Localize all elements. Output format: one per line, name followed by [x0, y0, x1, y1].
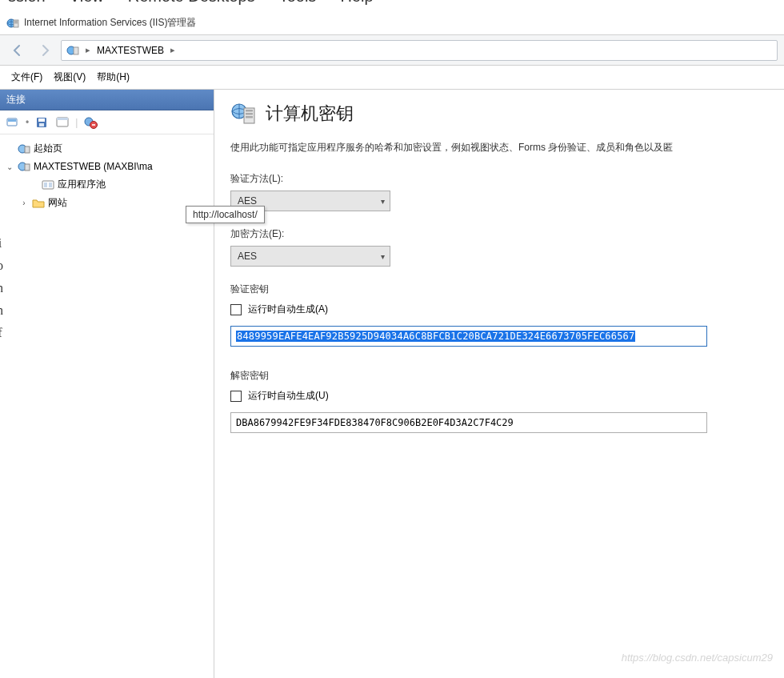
forward-button[interactable] — [34, 39, 56, 62]
svg-rect-17 — [25, 146, 30, 153]
connect-icon[interactable] — [5, 114, 21, 130]
checkbox-label: 运行时自动生成(A) — [248, 303, 328, 316]
combo-value: AES — [238, 251, 257, 262]
svg-rect-19 — [25, 164, 30, 171]
connections-toolbar: • | — [0, 110, 214, 134]
validation-key-group: 验证密钥 运行时自动生成(A) 8489959EAFE4EAF92B5925D9… — [230, 283, 781, 347]
checkbox-label: 运行时自动生成(U) — [248, 389, 329, 403]
server-icon — [18, 160, 30, 173]
chevron-down-icon: ▾ — [381, 197, 385, 206]
svg-rect-3 — [14, 22, 18, 23]
window-title: Internet Information Services (IIS)管理器 — [24, 16, 196, 30]
decryption-key-input[interactable]: DBA8679942FE9F34FDE838470F8C906B2E0F4D3A… — [230, 412, 707, 433]
tree-server-node[interactable]: ⌄ MAXTESTWEB (MAXBI\ma — [3, 158, 210, 175]
connections-panel: 连接 • | — [0, 90, 214, 678]
svg-rect-9 — [38, 118, 45, 122]
tree-sites[interactable]: › 网站 — [3, 194, 210, 212]
svg-rect-27 — [246, 116, 253, 118]
tree-label: 网站 — [48, 196, 67, 210]
svg-rect-21 — [44, 183, 47, 187]
svg-rect-5 — [74, 47, 78, 54]
checkbox-unchecked-icon[interactable] — [230, 391, 242, 402]
svg-rect-7 — [8, 119, 16, 122]
svg-rect-10 — [39, 123, 44, 126]
encryption-method-label: 加密方法(E): — [230, 227, 781, 241]
save-icon[interactable] — [34, 114, 50, 130]
iis-app-icon — [6, 17, 19, 30]
outer-menu-item[interactable]: View — [70, 0, 104, 6]
stop-site-icon[interactable] — [82, 114, 98, 130]
browse-icon[interactable] — [54, 114, 70, 130]
sites-folder-icon — [32, 197, 45, 210]
encryption-method-combo[interactable]: AES ▾ — [230, 246, 390, 267]
svg-rect-25 — [246, 110, 253, 112]
expand-icon[interactable]: › — [19, 199, 29, 208]
workarea: 连接 • | — [0, 90, 784, 678]
menu-view[interactable]: 视图(V) — [54, 70, 86, 84]
back-button[interactable] — [6, 39, 29, 62]
outer-menu-item[interactable]: Remote Desktops — [128, 0, 255, 6]
connections-tree: 起始页 ⌄ MAXTESTWEB (MAXBI\ma 应用程序池 › — [0, 134, 214, 217]
svg-rect-2 — [14, 21, 18, 22]
iis-breadcrumb-icon — [66, 44, 79, 57]
feature-title: 计算机密钥 — [266, 102, 354, 126]
nav-bar: ▸ MAXTESTWEB ▸ — [0, 35, 784, 66]
breadcrumb-node[interactable]: MAXTESTWEB — [97, 45, 164, 56]
watermark-text: https://blog.csdn.net/capsicum29 — [622, 652, 773, 664]
breadcrumb-sep-icon: ▸ — [86, 45, 90, 55]
validation-key-input[interactable]: 8489959EAFE4EAF92B5925D94034A6C8BFCB1C20… — [230, 326, 707, 347]
menu-file[interactable]: 文件(F) — [11, 70, 42, 84]
tree-label: MAXTESTWEB (MAXBI\ma — [34, 161, 153, 172]
cropped-left-text: i o n n f — [0, 232, 5, 344]
breadcrumb[interactable]: ▸ MAXTESTWEB ▸ — [61, 40, 778, 61]
feature-header: 计算机密钥 — [230, 101, 781, 126]
spacer — [5, 144, 14, 154]
validation-method-group: 验证方法(L): AES ▾ — [230, 172, 781, 211]
decryption-key-group: 解密密钥 运行时自动生成(U) DBA8679942FE9F34FDE83847… — [230, 369, 781, 433]
connections-header: 连接 — [0, 90, 214, 110]
svg-rect-22 — [49, 183, 52, 187]
validation-method-label: 验证方法(L): — [230, 172, 781, 186]
tree-app-pools[interactable]: 应用程序池 — [3, 175, 210, 194]
auto-generate-decryption-row[interactable]: 运行时自动生成(U) — [230, 389, 781, 403]
tree-label: 应用程序池 — [58, 178, 106, 191]
breadcrumb-sep-icon: ▸ — [170, 45, 175, 55]
window-title-bar: Internet Information Services (IIS)管理器 — [0, 11, 784, 35]
outer-menu-item[interactable]: ssion — [8, 0, 46, 6]
chevron-down-icon: ▾ — [381, 252, 385, 261]
app-pools-icon — [42, 179, 54, 191]
encryption-method-group: 加密方法(E): AES ▾ — [230, 227, 781, 267]
feature-description: 使用此功能可指定应用程序服务的哈希和加密设置，例如视图状态、Forms 身份验证… — [230, 141, 781, 154]
menu-bar: 文件(F) 视图(V) 帮助(H) — [0, 66, 784, 90]
selected-text: 8489959EAFE4EAF92B5925D94034A6C8BFCB1C20… — [236, 331, 635, 342]
svg-rect-12 — [57, 118, 68, 120]
menu-help[interactable]: 帮助(H) — [97, 70, 130, 84]
auto-generate-validation-row[interactable]: 运行时自动生成(A) — [230, 303, 781, 316]
svg-rect-26 — [246, 113, 253, 115]
machine-key-icon — [230, 101, 256, 126]
feature-panel: 计算机密钥 使用此功能可指定应用程序服务的哈希和加密设置，例如视图状态、Form… — [214, 90, 784, 678]
decryption-key-label: 解密密钥 — [230, 369, 781, 383]
svg-rect-15 — [92, 124, 95, 126]
collapse-icon[interactable]: ⌄ — [5, 162, 14, 171]
combo-value: AES — [238, 195, 257, 207]
tree-start-page[interactable]: 起始页 — [3, 139, 210, 158]
input-text: DBA8679942FE9F34FDE838470F8C906B2E0F4D3A… — [236, 417, 514, 428]
home-icon — [18, 142, 30, 155]
url-tooltip: http://localhost/ — [186, 206, 265, 223]
outer-app-menu: ssion View Remote Desktops Tools Help — [0, 0, 784, 11]
validation-key-label: 验证密钥 — [230, 283, 781, 296]
checkbox-unchecked-icon[interactable] — [230, 304, 242, 315]
tree-label: 起始页 — [34, 142, 62, 155]
outer-menu-item[interactable]: Tools — [279, 0, 317, 6]
outer-menu-item[interactable]: Help — [340, 0, 373, 6]
